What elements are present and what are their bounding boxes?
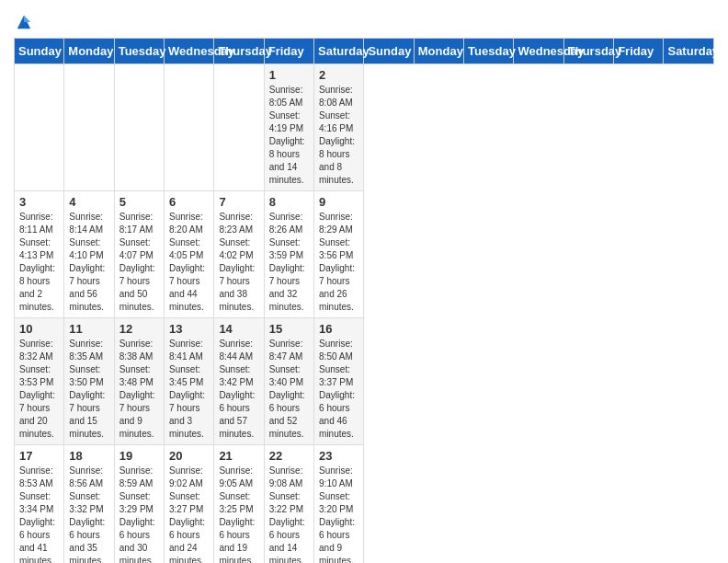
calendar-cell: 17Sunrise: 8:53 AM Sunset: 3:34 PM Dayli… xyxy=(15,445,64,564)
calendar-cell: 22Sunrise: 9:08 AM Sunset: 3:22 PM Dayli… xyxy=(264,445,313,564)
calendar-cell: 2Sunrise: 8:08 AM Sunset: 4:16 PM Daylig… xyxy=(314,64,364,191)
day-info: Sunrise: 8:47 AM Sunset: 3:40 PM Dayligh… xyxy=(269,338,310,441)
day-info: Sunrise: 8:44 AM Sunset: 3:42 PM Dayligh… xyxy=(219,338,259,441)
day-number: 10 xyxy=(19,322,60,336)
header-day-thursday: Thursday xyxy=(214,39,264,64)
calendar-cell xyxy=(64,64,114,191)
day-info: Sunrise: 8:23 AM Sunset: 4:02 PM Dayligh… xyxy=(219,211,259,314)
day-info: Sunrise: 8:56 AM Sunset: 3:32 PM Dayligh… xyxy=(69,465,109,563)
calendar-cell xyxy=(214,64,264,191)
calendar-cell: 4Sunrise: 8:14 AM Sunset: 4:10 PM Daylig… xyxy=(64,191,114,318)
header-day-saturday: Saturday xyxy=(314,39,364,64)
day-number: 5 xyxy=(119,195,160,209)
svg-marker-1 xyxy=(24,16,30,22)
day-info: Sunrise: 8:32 AM Sunset: 3:53 PM Dayligh… xyxy=(19,338,60,441)
day-number: 13 xyxy=(169,322,210,336)
calendar-cell: 19Sunrise: 8:59 AM Sunset: 3:29 PM Dayli… xyxy=(114,445,164,564)
calendar-week-row: 3Sunrise: 8:11 AM Sunset: 4:13 PM Daylig… xyxy=(15,191,714,318)
calendar-week-row: 17Sunrise: 8:53 AM Sunset: 3:34 PM Dayli… xyxy=(15,445,714,564)
header-day-tuesday: Tuesday xyxy=(114,39,164,64)
calendar-cell: 7Sunrise: 8:23 AM Sunset: 4:02 PM Daylig… xyxy=(214,191,264,318)
calendar-cell: 11Sunrise: 8:35 AM Sunset: 3:50 PM Dayli… xyxy=(64,318,114,445)
calendar-cell: 9Sunrise: 8:29 AM Sunset: 3:56 PM Daylig… xyxy=(314,191,364,318)
day-number: 6 xyxy=(169,195,210,209)
day-info: Sunrise: 9:10 AM Sunset: 3:20 PM Dayligh… xyxy=(319,465,359,563)
calendar-cell: 21Sunrise: 9:05 AM Sunset: 3:25 PM Dayli… xyxy=(214,445,264,564)
day-info: Sunrise: 8:05 AM Sunset: 4:19 PM Dayligh… xyxy=(269,84,310,187)
day-info: Sunrise: 9:05 AM Sunset: 3:25 PM Dayligh… xyxy=(219,465,259,563)
header-day: Saturday xyxy=(664,39,714,64)
calendar-cell: 20Sunrise: 9:02 AM Sunset: 3:27 PM Dayli… xyxy=(165,445,214,564)
day-number: 12 xyxy=(119,322,160,336)
calendar-cell: 12Sunrise: 8:38 AM Sunset: 3:48 PM Dayli… xyxy=(114,318,164,445)
day-info: Sunrise: 8:17 AM Sunset: 4:07 PM Dayligh… xyxy=(119,211,160,314)
day-number: 7 xyxy=(219,195,259,209)
header-day-monday: Monday xyxy=(64,39,114,64)
header-day: Sunday xyxy=(364,39,414,64)
day-number: 18 xyxy=(69,449,109,463)
header xyxy=(14,9,714,30)
day-number: 22 xyxy=(269,449,310,463)
day-number: 20 xyxy=(169,449,210,463)
day-info: Sunrise: 9:02 AM Sunset: 3:27 PM Dayligh… xyxy=(169,465,210,563)
day-number: 23 xyxy=(319,449,359,463)
logo xyxy=(14,14,32,30)
calendar-cell xyxy=(114,64,164,191)
header-day: Thursday xyxy=(563,39,613,64)
header-day: Tuesday xyxy=(464,39,514,64)
calendar-week-row: 10Sunrise: 8:32 AM Sunset: 3:53 PM Dayli… xyxy=(15,318,714,445)
day-number: 8 xyxy=(269,195,310,209)
header-day: Monday xyxy=(414,39,463,64)
day-info: Sunrise: 8:50 AM Sunset: 3:37 PM Dayligh… xyxy=(319,338,359,441)
day-info: Sunrise: 8:14 AM Sunset: 4:10 PM Dayligh… xyxy=(69,211,109,314)
logo-icon xyxy=(16,14,32,30)
calendar-cell: 5Sunrise: 8:17 AM Sunset: 4:07 PM Daylig… xyxy=(114,191,164,318)
day-info: Sunrise: 8:29 AM Sunset: 3:56 PM Dayligh… xyxy=(319,211,359,314)
day-info: Sunrise: 8:11 AM Sunset: 4:13 PM Dayligh… xyxy=(19,211,60,314)
day-number: 1 xyxy=(269,68,310,82)
calendar-cell: 3Sunrise: 8:11 AM Sunset: 4:13 PM Daylig… xyxy=(15,191,64,318)
day-number: 11 xyxy=(69,322,109,336)
header-day-friday: Friday xyxy=(264,39,313,64)
day-info: Sunrise: 8:08 AM Sunset: 4:16 PM Dayligh… xyxy=(319,84,359,187)
day-number: 4 xyxy=(69,195,109,209)
calendar-cell: 15Sunrise: 8:47 AM Sunset: 3:40 PM Dayli… xyxy=(264,318,313,445)
calendar-week-row: 1Sunrise: 8:05 AM Sunset: 4:19 PM Daylig… xyxy=(15,64,714,191)
day-info: Sunrise: 8:53 AM Sunset: 3:34 PM Dayligh… xyxy=(19,465,60,563)
day-number: 21 xyxy=(219,449,259,463)
day-number: 3 xyxy=(19,195,60,209)
day-info: Sunrise: 8:38 AM Sunset: 3:48 PM Dayligh… xyxy=(119,338,160,441)
day-info: Sunrise: 8:35 AM Sunset: 3:50 PM Dayligh… xyxy=(69,338,109,441)
day-info: Sunrise: 8:41 AM Sunset: 3:45 PM Dayligh… xyxy=(169,338,210,441)
calendar-cell: 18Sunrise: 8:56 AM Sunset: 3:32 PM Dayli… xyxy=(64,445,114,564)
calendar-cell xyxy=(165,64,214,191)
calendar-header-row: SundayMondayTuesdayWednesdayThursdayFrid… xyxy=(15,39,714,64)
calendar-table: SundayMondayTuesdayWednesdayThursdayFrid… xyxy=(14,38,714,563)
day-number: 2 xyxy=(319,68,359,82)
calendar-cell: 1Sunrise: 8:05 AM Sunset: 4:19 PM Daylig… xyxy=(264,64,313,191)
day-number: 19 xyxy=(119,449,160,463)
day-info: Sunrise: 8:26 AM Sunset: 3:59 PM Dayligh… xyxy=(269,211,310,314)
day-number: 15 xyxy=(269,322,310,336)
calendar-cell: 8Sunrise: 8:26 AM Sunset: 3:59 PM Daylig… xyxy=(264,191,313,318)
header-day-sunday: Sunday xyxy=(15,39,64,64)
calendar-cell: 14Sunrise: 8:44 AM Sunset: 3:42 PM Dayli… xyxy=(214,318,264,445)
calendar-cell: 13Sunrise: 8:41 AM Sunset: 3:45 PM Dayli… xyxy=(165,318,214,445)
day-info: Sunrise: 9:08 AM Sunset: 3:22 PM Dayligh… xyxy=(269,465,310,563)
header-day: Wednesday xyxy=(514,39,563,64)
calendar-cell: 10Sunrise: 8:32 AM Sunset: 3:53 PM Dayli… xyxy=(15,318,64,445)
day-info: Sunrise: 8:59 AM Sunset: 3:29 PM Dayligh… xyxy=(119,465,160,563)
day-number: 17 xyxy=(19,449,60,463)
calendar-cell: 6Sunrise: 8:20 AM Sunset: 4:05 PM Daylig… xyxy=(165,191,214,318)
calendar-cell xyxy=(15,64,64,191)
day-number: 9 xyxy=(319,195,359,209)
day-info: Sunrise: 8:20 AM Sunset: 4:05 PM Dayligh… xyxy=(169,211,210,314)
day-number: 14 xyxy=(219,322,259,336)
calendar-cell: 16Sunrise: 8:50 AM Sunset: 3:37 PM Dayli… xyxy=(314,318,364,445)
day-number: 16 xyxy=(319,322,359,336)
calendar-cell: 23Sunrise: 9:10 AM Sunset: 3:20 PM Dayli… xyxy=(314,445,364,564)
header-day: Friday xyxy=(614,39,664,64)
header-day-wednesday: Wednesday xyxy=(165,39,214,64)
